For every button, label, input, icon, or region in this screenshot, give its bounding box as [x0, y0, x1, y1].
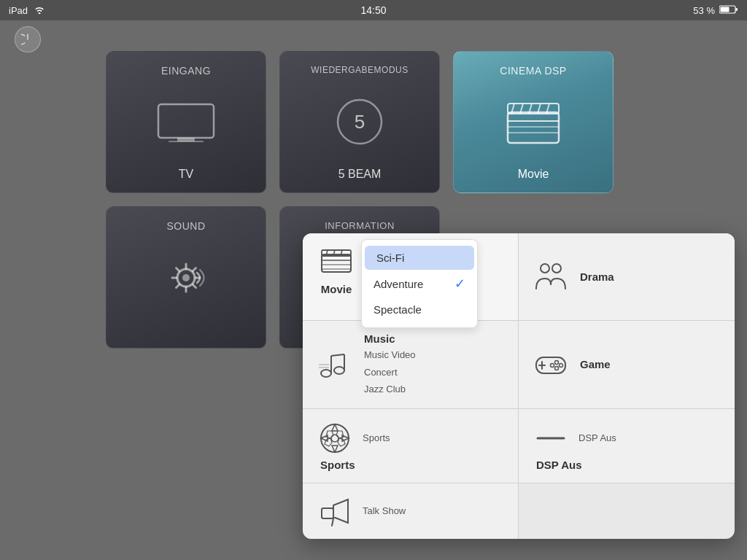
- dropdown-panel: Movie Sci-Fi Adventure ✓ Spectacle: [303, 233, 735, 539]
- drama-icon: [533, 260, 568, 295]
- top-row: EINGANG TV Wiedergabemodus 5 5 BEAM: [106, 51, 614, 193]
- jazzclub-label: Jazz Club: [364, 382, 416, 397]
- battery-label: 53 %: [693, 5, 715, 16]
- tile-cinema[interactable]: CINEMA DSP Movie: [453, 51, 614, 193]
- svg-rect-59: [322, 508, 333, 518]
- game-info: Game: [580, 358, 611, 370]
- svg-point-56: [321, 424, 349, 452]
- panel-music-cell[interactable]: Music Music Video Concert Jazz Club: [303, 321, 519, 409]
- panel-sports-cell[interactable]: Sports Sports: [303, 409, 519, 483]
- panel-drama-cell[interactable]: Drama: [519, 233, 735, 321]
- cinema-value: Movie: [518, 168, 549, 181]
- svg-point-40: [541, 264, 549, 273]
- svg-rect-2: [721, 7, 729, 12]
- svg-point-55: [551, 363, 554, 367]
- sound-label: SOUND: [166, 220, 205, 232]
- tile-wiedergabe[interactable]: Wiedergabemodus 5 5 BEAM: [279, 51, 440, 193]
- eingang-label: EINGANG: [161, 65, 211, 77]
- game-icon: [533, 347, 568, 382]
- svg-rect-5: [169, 141, 204, 142]
- scifi-label: Sci-Fi: [376, 252, 404, 264]
- svg-point-54: [555, 366, 559, 370]
- sports-icon: [317, 421, 352, 456]
- status-right: 53 %: [693, 4, 738, 17]
- svg-point-43: [334, 367, 344, 374]
- svg-point-57: [331, 435, 338, 442]
- cinema-label: CINEMA DSP: [500, 65, 566, 77]
- talkshow-icon: [317, 494, 352, 529]
- eingang-icon: [157, 77, 215, 168]
- game-title: Game: [580, 358, 611, 370]
- drama-info: Drama: [580, 271, 614, 283]
- movie-title: Movie: [321, 283, 352, 295]
- sound-icon: [160, 232, 212, 323]
- dropdown-scifi[interactable]: Sci-Fi: [365, 246, 474, 270]
- panel-movie-cell[interactable]: Movie Sci-Fi Adventure ✓ Spectacle: [303, 233, 519, 321]
- movie-dropdown: Sci-Fi Adventure ✓ Spectacle: [361, 239, 478, 328]
- movie-cell-left: Movie: [314, 244, 358, 295]
- svg-point-19: [182, 274, 190, 281]
- power-area: [15, 26, 41, 52]
- sports-subtitle: Sports: [363, 431, 390, 446]
- battery-icon: [719, 4, 738, 17]
- status-bar: iPad 14:50 53 %: [0, 0, 747, 20]
- dropdown-adventure[interactable]: Adventure ✓: [362, 270, 477, 298]
- svg-point-52: [555, 360, 559, 364]
- wiedergabe-value: 5 BEAM: [338, 168, 382, 181]
- eingang-value: TV: [179, 168, 193, 181]
- svg-line-46: [331, 354, 344, 356]
- information-label: Information: [325, 220, 395, 231]
- wiedergabe-icon: 5: [334, 75, 385, 168]
- status-time: 14:50: [360, 4, 386, 16]
- cinema-icon: [504, 77, 562, 168]
- dspaus-title: DSP Aus: [536, 459, 582, 471]
- svg-rect-8: [508, 112, 559, 143]
- svg-line-25: [193, 284, 196, 287]
- adventure-checkmark: ✓: [454, 276, 465, 292]
- dspaus-inner: DSP Aus: [533, 421, 720, 456]
- dropdown-spectacle[interactable]: Spectacle: [362, 298, 477, 322]
- wifi-icon: [34, 5, 45, 16]
- drama-title: Drama: [580, 271, 614, 283]
- svg-text:5: 5: [355, 110, 365, 132]
- talkshow-label: Talk Show: [363, 504, 406, 518]
- tile-sound[interactable]: SOUND: [106, 206, 266, 349]
- svg-point-41: [552, 264, 561, 273]
- sports-inner: Sports: [317, 421, 503, 456]
- svg-point-42: [321, 370, 331, 377]
- music-icon: [317, 347, 352, 382]
- movie-icon: [319, 244, 354, 279]
- svg-line-24: [177, 268, 179, 271]
- panel-talkshow-cell[interactable]: Talk Show: [303, 483, 519, 539]
- dspaus-icon: [533, 421, 568, 456]
- spectacle-label: Spectacle: [374, 303, 422, 316]
- status-left: iPad: [9, 5, 45, 16]
- music-title: Music: [364, 332, 416, 345]
- panel-dspaus-cell[interactable]: DSP Aus DSP Aus: [519, 409, 735, 483]
- sports-title: Sports: [320, 459, 355, 471]
- panel-grid: Movie Sci-Fi Adventure ✓ Spectacle: [303, 233, 735, 539]
- svg-rect-1: [736, 8, 738, 11]
- wiedergabe-label: Wiedergabemodus: [311, 65, 409, 75]
- concert-label: Concert: [364, 365, 416, 380]
- tile-eingang[interactable]: EINGANG TV: [106, 51, 266, 193]
- power-button[interactable]: [15, 26, 41, 52]
- svg-line-27: [177, 284, 179, 287]
- svg-line-26: [193, 268, 196, 271]
- panel-game-cell[interactable]: Game: [519, 321, 735, 409]
- svg-rect-3: [158, 104, 214, 138]
- music-video-label: Music Video: [364, 348, 416, 362]
- device-label: iPad: [9, 5, 28, 16]
- adventure-label: Adventure: [374, 278, 423, 290]
- svg-point-53: [560, 363, 563, 367]
- music-info: Music Music Video Concert Jazz Club: [364, 332, 416, 397]
- talkshow-info: Talk Show: [363, 504, 406, 518]
- dspaus-subtitle: DSP Aus: [578, 431, 616, 446]
